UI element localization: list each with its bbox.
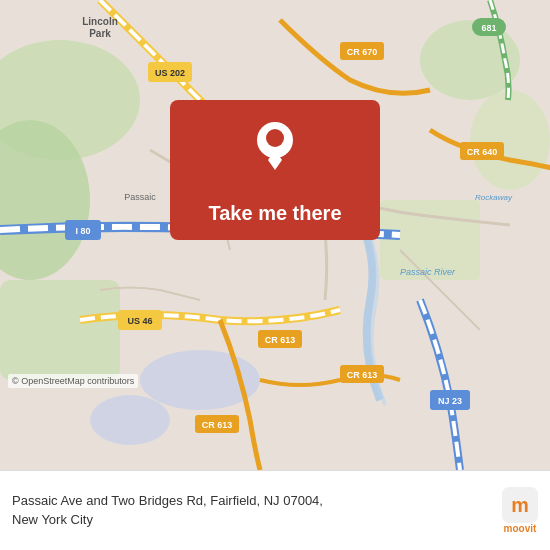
osm-credit: © OpenStreetMap contributors bbox=[8, 374, 138, 388]
moovit-logo: m moovit bbox=[502, 487, 538, 534]
svg-text:CR 613: CR 613 bbox=[347, 370, 378, 380]
svg-text:Lincoln: Lincoln bbox=[82, 16, 118, 27]
moovit-label: moovit bbox=[504, 523, 537, 534]
bottom-bar: Passaic Ave and Two Bridges Rd, Fairfiel… bbox=[0, 470, 550, 550]
svg-text:CR 613: CR 613 bbox=[265, 335, 296, 345]
svg-text:Passaic River: Passaic River bbox=[400, 267, 456, 277]
address-text: Passaic Ave and Two Bridges Rd, Fairfiel… bbox=[12, 492, 492, 528]
svg-text:Passaic: Passaic bbox=[124, 192, 156, 202]
svg-text:681: 681 bbox=[481, 23, 496, 33]
svg-text:CR 613: CR 613 bbox=[202, 420, 233, 430]
svg-text:CR 670: CR 670 bbox=[347, 47, 378, 57]
svg-text:I 80: I 80 bbox=[75, 226, 90, 236]
map-container: I 80 US 202 US 46 NJ 23 CR 670 CR 640 CR… bbox=[0, 0, 550, 470]
svg-point-36 bbox=[266, 129, 284, 147]
svg-rect-3 bbox=[0, 280, 120, 380]
svg-text:Take me there: Take me there bbox=[208, 202, 341, 224]
svg-text:CR 640: CR 640 bbox=[467, 147, 498, 157]
svg-text:NJ 23: NJ 23 bbox=[438, 396, 462, 406]
svg-text:US 46: US 46 bbox=[127, 316, 152, 326]
svg-text:US 202: US 202 bbox=[155, 68, 185, 78]
svg-text:Park: Park bbox=[89, 28, 111, 39]
svg-text:Rockaway: Rockaway bbox=[475, 193, 513, 202]
svg-point-5 bbox=[470, 90, 550, 190]
address-info: Passaic Ave and Two Bridges Rd, Fairfiel… bbox=[12, 492, 492, 528]
svg-text:m: m bbox=[511, 494, 529, 516]
svg-point-8 bbox=[90, 395, 170, 445]
